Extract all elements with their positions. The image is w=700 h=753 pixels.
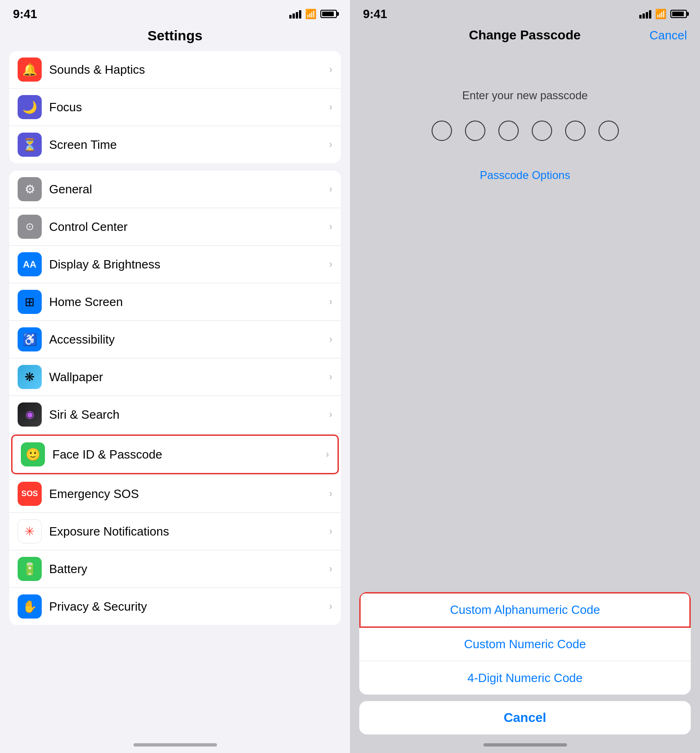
left-panel: 9:41 📶 Settings 🔔 Sounds & Hapt (0, 0, 350, 753)
siri-label: Siri & Search (49, 408, 329, 422)
privacy-label: Privacy & Security (49, 600, 329, 614)
settings-item-sounds[interactable]: 🔔 Sounds & Haptics › (9, 51, 341, 89)
settings-item-siri[interactable]: ◉ Siri & Search › (9, 396, 341, 434)
settings-item-general[interactable]: ⚙ General › (9, 171, 341, 208)
passcode-dot-4 (532, 121, 552, 141)
option-numeric-4[interactable]: 4-Digit Numeric Code (359, 661, 691, 695)
passcode-options-link[interactable]: Passcode Options (480, 169, 570, 182)
battery-settings-icon: 🔋 (18, 557, 42, 581)
settings-item-faceid[interactable]: 🙂 Face ID & Passcode › (11, 434, 339, 474)
accessibility-icon: ♿ (18, 327, 42, 351)
alphanumeric-label: Custom Alphanumeric Code (450, 603, 600, 617)
battery-icon (320, 10, 337, 18)
privacy-icon: ✋ (18, 594, 42, 619)
option-alphanumeric[interactable]: Custom Alphanumeric Code (359, 592, 691, 628)
passcode-dots (432, 121, 619, 141)
settings-list: 🔔 Sounds & Haptics › 🌙 Focus › ⏳ Screen … (0, 51, 350, 625)
general-label: General (49, 182, 329, 197)
focus-icon: 🌙 (18, 95, 42, 119)
passcode-options-group: Custom Alphanumeric Code Custom Numeric … (359, 592, 691, 695)
faceid-icon: 🙂 (21, 442, 45, 466)
chevron-icon-siri: › (329, 408, 332, 421)
time-left: 9:41 (13, 7, 37, 21)
chevron-icon-sos: › (329, 488, 332, 500)
cancel-sheet-label: Cancel (504, 710, 547, 725)
sos-icon: SOS (18, 482, 42, 506)
sos-label: Emergency SOS (49, 487, 329, 501)
settings-item-battery[interactable]: 🔋 Battery › (9, 550, 341, 588)
homescreen-icon: ⊞ (18, 290, 42, 314)
settings-item-accessibility[interactable]: ♿ Accessibility › (9, 321, 341, 358)
settings-title: Settings (147, 28, 202, 43)
time-right: 9:41 (363, 7, 387, 21)
sounds-label: Sounds & Haptics (49, 63, 329, 77)
wallpaper-icon: ❋ (18, 365, 42, 389)
faceid-label: Face ID & Passcode (52, 447, 326, 462)
chevron-icon: › (329, 64, 332, 76)
settings-group-2: ⚙ General › ⊙ Control Center › AA Displa… (9, 171, 341, 625)
chevron-icon-control: › (329, 221, 332, 233)
chevron-icon-exposure: › (329, 525, 332, 537)
settings-item-homescreen[interactable]: ⊞ Home Screen › (9, 283, 341, 321)
settings-item-wallpaper[interactable]: ❋ Wallpaper › (9, 358, 341, 396)
passcode-options-sheet: Custom Alphanumeric Code Custom Numeric … (350, 592, 700, 753)
homescreen-label: Home Screen (49, 295, 329, 309)
settings-item-control[interactable]: ⊙ Control Center › (9, 208, 341, 246)
numeric-4-label: 4-Digit Numeric Code (467, 671, 583, 685)
accessibility-label: Accessibility (49, 332, 329, 347)
signal-icon-right (639, 9, 651, 19)
wifi-icon-right: 📶 (655, 8, 667, 19)
status-bar-right: 9:41 📶 (350, 0, 700, 25)
status-icons-left: 📶 (289, 8, 337, 19)
chevron-icon-general: › (329, 183, 332, 195)
home-indicator-left (134, 743, 217, 747)
nav-header-right: Change Passcode Cancel (350, 25, 700, 52)
sounds-icon: 🔔 (18, 57, 42, 82)
siri-icon: ◉ (18, 402, 42, 427)
chevron-icon-display: › (329, 258, 332, 270)
option-numeric-custom[interactable]: Custom Numeric Code (359, 628, 691, 661)
general-icon: ⚙ (18, 177, 42, 201)
change-passcode-title: Change Passcode (469, 28, 580, 43)
chevron-icon-faceid: › (326, 448, 329, 460)
settings-item-privacy[interactable]: ✋ Privacy & Security › (9, 588, 341, 625)
nav-header-left: Settings (0, 25, 350, 51)
display-label: Display & Brightness (49, 257, 329, 272)
cancel-nav-button[interactable]: Cancel (649, 28, 687, 43)
battery-icon-right (670, 10, 687, 18)
chevron-icon-privacy: › (329, 600, 332, 613)
settings-group-1: 🔔 Sounds & Haptics › 🌙 Focus › ⏳ Screen … (9, 51, 341, 163)
control-icon: ⊙ (18, 215, 42, 239)
passcode-dot-2 (465, 121, 485, 141)
display-icon: AA (18, 252, 42, 276)
control-label: Control Center (49, 220, 329, 234)
status-bar-left: 9:41 📶 (0, 0, 350, 25)
screentime-icon: ⏳ (18, 133, 42, 157)
screentime-label: Screen Time (49, 138, 329, 152)
chevron-icon-wallpaper: › (329, 371, 332, 383)
wallpaper-label: Wallpaper (49, 370, 329, 384)
passcode-dot-5 (565, 121, 585, 141)
settings-item-focus[interactable]: 🌙 Focus › (9, 89, 341, 126)
home-indicator-right (484, 743, 567, 747)
exposure-label: Exposure Notifications (49, 524, 329, 539)
passcode-dot-3 (498, 121, 519, 141)
passcode-dot-6 (598, 121, 619, 141)
signal-icon (289, 9, 301, 19)
focus-label: Focus (49, 100, 329, 115)
chevron-icon-accessibility: › (329, 333, 332, 345)
cancel-sheet-button[interactable]: Cancel (359, 701, 691, 734)
exposure-icon: ✳ (18, 519, 42, 543)
chevron-icon-screentime: › (329, 139, 332, 151)
settings-item-sos[interactable]: SOS Emergency SOS › (9, 475, 341, 513)
numeric-custom-label: Custom Numeric Code (464, 637, 586, 651)
battery-label: Battery (49, 562, 329, 576)
passcode-prompt-label: Enter your new passcode (462, 89, 588, 102)
settings-item-screentime[interactable]: ⏳ Screen Time › (9, 126, 341, 163)
settings-item-display[interactable]: AA Display & Brightness › (9, 246, 341, 283)
wifi-icon: 📶 (305, 8, 317, 19)
passcode-dot-1 (432, 121, 452, 141)
right-panel: 9:41 📶 Change Passcode Cancel Enter your… (350, 0, 700, 753)
settings-item-exposure[interactable]: ✳ Exposure Notifications › (9, 513, 341, 550)
chevron-icon-focus: › (329, 101, 332, 113)
